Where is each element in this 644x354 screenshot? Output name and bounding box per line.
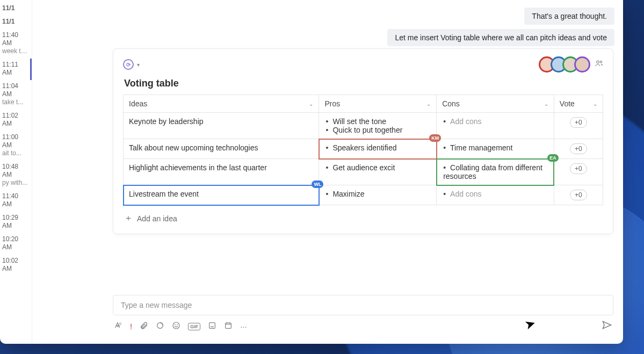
chat-list-item[interactable]: 11:11 AM: [0, 59, 32, 80]
message-list: That's a great thought. Let me insert Vo…: [113, 0, 623, 291]
add-idea-button[interactable]: ＋ Add an idea: [123, 209, 603, 227]
cons-cell[interactable]: Time management: [437, 139, 554, 159]
chat-list-sidebar: 11/111/111:40 AMweek to...11:11 AM11:04 …: [0, 0, 32, 344]
chat-list-item[interactable]: 11:40 AMweek to...: [0, 29, 32, 59]
presence-facepile[interactable]: [543, 56, 603, 73]
send-button[interactable]: [602, 320, 612, 333]
idea-cell[interactable]: Livestream the eventWL: [124, 185, 319, 205]
vote-pill[interactable]: +0: [570, 117, 587, 128]
col-header-pros[interactable]: Pros⌄: [319, 95, 437, 113]
table-row: Keynote by leadershipWill set the toneQu…: [124, 113, 603, 139]
svg-point-5: [177, 324, 178, 325]
pros-cell[interactable]: Maximize: [319, 185, 437, 205]
chevron-down-icon: ⌄: [426, 101, 431, 107]
pros-cell[interactable]: Get audience excit: [319, 159, 437, 185]
svg-point-4: [175, 324, 176, 325]
svg-rect-6: [209, 323, 215, 329]
schedule-icon[interactable]: [224, 321, 233, 331]
chat-list-item[interactable]: 10:29 AM: [0, 212, 32, 233]
pros-cell[interactable]: Speakers identifiedKM: [319, 139, 437, 159]
cons-cell[interactable]: Add cons: [437, 185, 554, 205]
idea-cell[interactable]: Highlight achievements in the last quart…: [124, 159, 319, 185]
voting-table: Ideas⌄ Pros⌄ Cons⌄ Vote⌄ Keynote by lead…: [123, 95, 603, 205]
more-icon[interactable]: ···: [240, 322, 247, 331]
loop-component-card: ⟳ ▾ Voting table: [113, 48, 613, 234]
chat-list-item[interactable]: 10:02 AM: [0, 255, 32, 276]
loop-icon: ⟳: [123, 59, 134, 70]
vote-cell[interactable]: +0: [554, 113, 603, 139]
svg-point-3: [173, 322, 179, 329]
table-row: Livestream the eventWLMaximizeAdd cons+0: [124, 185, 603, 205]
teams-window: 11/111/111:40 AMweek to...11:11 AM11:04 …: [0, 0, 623, 344]
chat-list-item[interactable]: 11/1: [0, 2, 32, 16]
presence-tag: WL: [312, 180, 323, 188]
add-idea-label: Add an idea: [137, 214, 177, 223]
loop-component-menu[interactable]: ⟳ ▾: [123, 59, 140, 70]
avatar: [574, 56, 590, 73]
gif-icon[interactable]: GIF: [188, 323, 200, 330]
vote-pill[interactable]: +0: [570, 190, 587, 200]
table-row: Talk about new upcoming technologiesSpea…: [124, 139, 603, 159]
plus-icon: ＋: [124, 213, 133, 224]
chat-list-item[interactable]: 11:02 AM: [0, 110, 32, 131]
sticker-icon[interactable]: [208, 321, 216, 331]
vote-cell[interactable]: +0: [554, 139, 603, 159]
presence-tag: EA: [547, 154, 559, 162]
cons-cell[interactable]: Add cons: [437, 113, 554, 139]
col-header-ideas[interactable]: Ideas⌄: [124, 95, 319, 113]
vote-pill[interactable]: +0: [570, 143, 587, 154]
compose-toolbar: ! GIF ···: [113, 315, 613, 333]
idea-cell[interactable]: Keynote by leadership: [124, 113, 319, 139]
presence-tag: KM: [429, 134, 441, 142]
svg-point-0: [597, 61, 599, 63]
pros-cell[interactable]: Will set the toneQuick to put together: [319, 113, 437, 139]
idea-cell[interactable]: Talk about new upcoming technologies: [124, 139, 319, 159]
chat-main: That's a great thought. Let me insert Vo…: [32, 0, 623, 344]
chevron-down-icon: ⌄: [309, 101, 313, 107]
cons-cell[interactable]: Collating data from different resourcesE…: [437, 159, 554, 185]
outgoing-message[interactable]: Let me insert Voting table where we all …: [387, 29, 614, 46]
chevron-down-icon: ▾: [137, 62, 140, 68]
chat-list-item[interactable]: 10:20 AM: [0, 233, 32, 255]
table-row: Highlight achievements in the last quart…: [124, 159, 603, 185]
message-input[interactable]: Type a new message: [113, 295, 613, 315]
outgoing-message[interactable]: That's a great thought.: [524, 8, 614, 25]
format-icon[interactable]: [114, 321, 122, 331]
vote-cell[interactable]: +0: [554, 159, 603, 185]
chat-list-item[interactable]: 11:00 AMait to...: [0, 131, 32, 161]
chat-list-item[interactable]: 10:48 AMpy with...: [0, 161, 32, 190]
chat-list-item[interactable]: 11:04 AMtake t...: [0, 80, 32, 110]
vote-cell[interactable]: +0: [554, 185, 603, 205]
chevron-down-icon: ⌄: [544, 101, 548, 107]
emoji-icon[interactable]: [172, 321, 180, 331]
vote-pill[interactable]: +0: [570, 163, 587, 174]
svg-rect-7: [226, 323, 231, 328]
svg-point-1: [600, 61, 602, 63]
add-people-icon[interactable]: [595, 59, 603, 70]
col-header-cons[interactable]: Cons⌄: [437, 95, 554, 113]
chat-list-item[interactable]: 11/1: [0, 16, 32, 29]
chevron-down-icon: ⌄: [593, 101, 597, 107]
priority-icon[interactable]: !: [130, 322, 132, 331]
loop-title[interactable]: Voting table: [124, 78, 603, 89]
col-header-vote[interactable]: Vote⌄: [554, 95, 603, 113]
compose-area: Type a new message ! GIF ···: [113, 295, 613, 333]
attach-icon[interactable]: [140, 321, 148, 331]
loop-insert-icon[interactable]: [156, 321, 164, 331]
chat-list-item[interactable]: 11:40 AM: [0, 190, 32, 212]
